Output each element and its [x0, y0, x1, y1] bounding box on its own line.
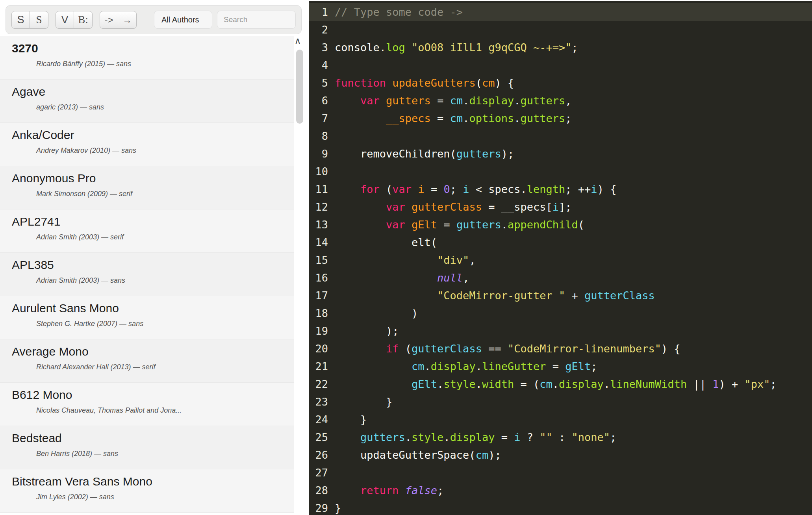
token-variable: cm [450, 112, 463, 124]
code-line[interactable]: 14 elt( [309, 233, 812, 251]
search-input[interactable] [217, 11, 296, 29]
v-filter-button[interactable]: V [56, 11, 74, 29]
token-plain [335, 183, 360, 195]
code-line[interactable]: 5 function updateGutters(cm) { [309, 74, 812, 92]
font-meta: Nicolas Chauveau, Thomas Paillot and Jon… [36, 406, 294, 415]
code-line[interactable]: 17 "CodeMirror-gutter " + gutterClass [309, 287, 812, 304]
code-line[interactable]: 8 [309, 127, 812, 145]
font-list-item[interactable]: B612 Mono Nicolas Chauveau, Thomas Paill… [0, 383, 294, 426]
token-plain: ; [571, 41, 578, 54]
code-line[interactable]: 15 "div", [309, 251, 812, 269]
token-property: length [527, 183, 565, 195]
code-line[interactable]: 29 } [309, 499, 812, 515]
token-plain: . [501, 219, 508, 231]
token-plain: = ( [514, 378, 539, 390]
token-plain [335, 484, 360, 496]
code-line[interactable]: 9 removeChildren(gutters); [309, 145, 812, 163]
code-line[interactable]: 12 var gutterClass = __specs[i]; [309, 198, 812, 216]
code-line[interactable]: 6 var gutters = cm.display.gutters, [309, 92, 812, 109]
code-line[interactable]: 1 // Type some code -> [309, 3, 812, 21]
token-plain [412, 183, 418, 195]
code-line[interactable]: 16 null, [309, 269, 812, 287]
token-def: gElt [412, 219, 437, 231]
token-plain: . [437, 378, 443, 390]
line-code: var gElt = gutters.appendChild( [335, 216, 812, 233]
authors-filter-select[interactable]: All Authors [154, 11, 212, 29]
line-number: 9 [309, 145, 335, 163]
code-editor[interactable]: 1 // Type some code -> 2 3 console.log "… [309, 0, 812, 515]
token-string: "" [539, 431, 552, 443]
font-list-item[interactable]: Anka/Coder Andrey Makarov (2010) — sans [0, 123, 294, 166]
token-plain [405, 201, 412, 213]
variant-filter-group: V B: [56, 11, 93, 29]
token-plain: ( [578, 219, 584, 231]
line-number: 13 [309, 216, 335, 233]
token-variable: i [552, 201, 559, 213]
token-plain: ; [770, 378, 777, 390]
code-line[interactable]: 2 [309, 21, 812, 39]
token-plain: ) { [661, 343, 680, 355]
scrollbar-thumb[interactable] [296, 50, 303, 124]
font-list-item[interactable]: APL2741 Adrian Smith (2003) — serif [0, 209, 294, 253]
token-plain: : [552, 431, 572, 443]
token-atom-italic: null [437, 272, 463, 284]
code-line[interactable]: 13 var gElt = gutters.appendChild( [309, 216, 812, 233]
font-list-item[interactable]: Anonymous Pro Mark Simonson (2009) — ser… [0, 166, 294, 209]
font-list-item[interactable]: Average Mono Richard Alexander Hall (201… [0, 339, 294, 383]
font-name: Anonymous Pro [12, 172, 96, 185]
token-plain: updateGutterSpace( [335, 449, 476, 461]
token-property: style [412, 431, 443, 443]
code-line[interactable]: 27 [309, 464, 812, 482]
code-line[interactable]: 18 ) [309, 304, 812, 322]
line-number: 8 [309, 127, 335, 145]
code-line[interactable]: 11 for (var i = 0; i < specs.length; ++i… [309, 180, 812, 198]
font-list-item[interactable]: Bitstream Vera Sans Mono Jim Lyles (2002… [0, 469, 294, 513]
font-list-item[interactable]: APL385 Adrian Smith (2003) — sans [0, 253, 294, 296]
font-list-item[interactable]: Agave agaric (2013) — sans [0, 80, 294, 123]
code-line[interactable]: 19 ); [309, 322, 812, 340]
code-line[interactable]: 22 gElt.style.width = (cm.display.lineNu… [309, 375, 812, 393]
font-meta: Stephen G. Hartke (2007) — sans [36, 320, 294, 328]
b-filter-button[interactable]: B: [74, 11, 93, 29]
code-line[interactable]: 23 } [309, 393, 812, 411]
font-name: Average Mono [12, 345, 89, 358]
font-meta: agaric (2013) — sans [36, 103, 294, 111]
code-line[interactable]: 26 updateGutterSpace(cm); [309, 446, 812, 464]
token-plain: == [482, 343, 508, 355]
token-plain: . [514, 112, 520, 124]
font-list-item[interactable]: Bedstead Ben Harris (2018) — sans [0, 426, 294, 469]
line-number: 3 [309, 39, 335, 56]
code-line[interactable]: 10 [309, 163, 812, 180]
code-line[interactable]: 21 cm.display.lineGutter = gElt; [309, 358, 812, 375]
ligatures-on-button[interactable]: → [118, 11, 137, 29]
line-number: 18 [309, 304, 335, 322]
code-line[interactable]: 28 return false; [309, 482, 812, 499]
font-meta: Jim Lyles (2002) — sans [36, 493, 294, 501]
token-variable: cm [412, 360, 425, 372]
code-line[interactable]: 7 __specs = cm.options.gutters; [309, 109, 812, 127]
token-variable: gElt [565, 360, 591, 372]
code-line[interactable]: 3 console.log "oO08 iIlL1 g9qCGQ ~-+=>"; [309, 39, 812, 56]
line-code: if (gutterClass == "CodeMirror-linenumbe… [335, 340, 812, 358]
token-comment: // Type some code -> [335, 6, 463, 18]
token-plain: } [335, 396, 392, 408]
line-code: null, [335, 269, 812, 287]
font-list-item[interactable]: Aurulent Sans Mono Stephen G. Hartke (20… [0, 296, 294, 339]
code-line[interactable]: 20 if (gutterClass == "CodeMirror-linenu… [309, 340, 812, 358]
ligatures-off-button[interactable]: -> [100, 11, 118, 29]
token-plain: = [425, 183, 444, 195]
token-plain: elt( [335, 236, 437, 248]
code-line[interactable]: 4 [309, 56, 812, 74]
code-line[interactable]: 24 } [309, 411, 812, 428]
serif-filter-button[interactable]: S [30, 11, 48, 29]
token-plain: = __specs[ [482, 201, 552, 213]
token-property: lineNumWidth [610, 378, 687, 390]
sans-filter-button[interactable]: S [11, 11, 30, 29]
token-plain: removeChildren( [335, 148, 456, 160]
scrollbar-up-icon[interactable]: ∧ [293, 36, 302, 46]
token-plain: = [431, 94, 450, 107]
code-line[interactable]: 25 gutters.style.display = i ? "" : "non… [309, 428, 812, 446]
font-list-item[interactable]: 3270 Ricardo Bánffy (2015) — sans [0, 36, 294, 80]
line-code: ) [335, 304, 812, 322]
ligatures-toggle-group: -> → [100, 11, 137, 29]
